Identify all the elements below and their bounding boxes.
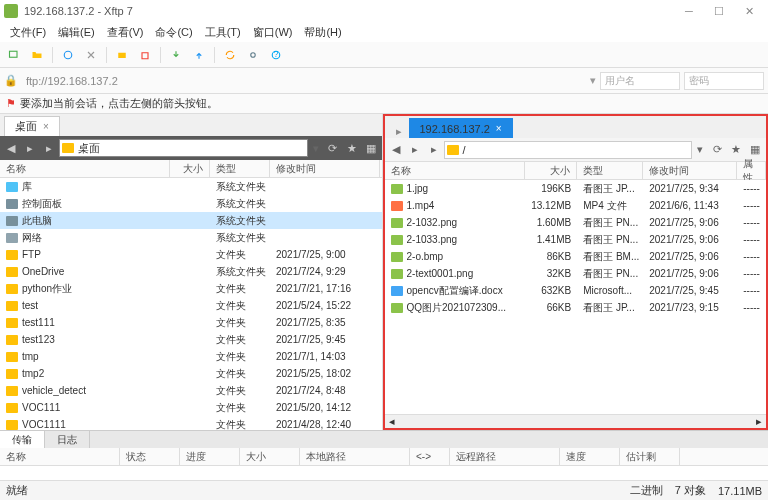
sync-icon[interactable] [220, 45, 240, 65]
forward2-icon[interactable]: ▸ [40, 139, 58, 157]
bookmark-icon[interactable]: ★ [343, 139, 361, 157]
local-path-input[interactable]: 桌面 [59, 139, 308, 157]
password-input[interactable]: 密码 [684, 72, 764, 90]
new-folder-icon[interactable] [112, 45, 132, 65]
remote-pane: ▸ 192.168.137.2× ◀ ▸ ▸ / ▾ ⟳ ★ ▦ 名称 大小 类… [383, 114, 769, 430]
list-item[interactable]: 2-o.bmp86KB看图王 BM...2021/7/25, 9:06----- [385, 248, 767, 265]
menu-file[interactable]: 文件(F) [6, 25, 50, 40]
forward-icon[interactable]: ▸ [21, 139, 39, 157]
refresh-icon[interactable]: ⟳ [708, 141, 726, 159]
list-item[interactable]: VOC1111文件夹2021/4/28, 12:40 [0, 416, 382, 430]
new-session-icon[interactable] [4, 45, 24, 65]
remote-tab[interactable]: 192.168.137.2× [409, 118, 513, 138]
panel-menu-icon[interactable]: ▸ [389, 125, 409, 138]
list-item[interactable]: 库系统文件夹 [0, 178, 382, 195]
reconnect-icon[interactable] [58, 45, 78, 65]
list-item[interactable]: VOC111文件夹2021/5/20, 14:12 [0, 399, 382, 416]
list-item[interactable]: 控制面板系统文件夹 [0, 195, 382, 212]
bottom-tabs: 传输 日志 [0, 430, 768, 448]
menu-view[interactable]: 查看(V) [103, 25, 148, 40]
flag-icon: ⚑ [6, 97, 16, 110]
newfolder-icon[interactable]: ▦ [362, 139, 380, 157]
status-objects: 7 对象 [675, 483, 706, 498]
lock-icon: 🔒 [4, 74, 18, 87]
list-item[interactable]: vehicle_detect文件夹2021/7/24, 8:48 [0, 382, 382, 399]
address-bar: 🔒 ftp://192.168.137.2 ▾ 用户名 密码 [0, 68, 768, 94]
local-headers: 名称 大小 类型 修改时间 [0, 160, 382, 178]
forward-icon[interactable]: ▸ [406, 141, 424, 159]
settings-icon[interactable] [243, 45, 263, 65]
svg-text:?: ? [274, 50, 279, 59]
disconnect-icon[interactable] [81, 45, 101, 65]
app-icon [4, 4, 18, 18]
menu-command[interactable]: 命令(C) [151, 25, 196, 40]
local-navbar: ◀ ▸ ▸ 桌面 ▾ ⟳ ★ ▦ [0, 136, 382, 160]
download-icon[interactable] [166, 45, 186, 65]
list-item[interactable]: QQ图片2021072309...66KB看图王 JP...2021/7/23,… [385, 299, 767, 316]
list-item[interactable]: 2-text0001.png32KB看图王 PN...2021/7/25, 9:… [385, 265, 767, 282]
list-item[interactable]: 1.mp413.12MBMP4 文件2021/6/6, 11:43----- [385, 197, 767, 214]
list-item[interactable]: tmp2文件夹2021/5/25, 18:02 [0, 365, 382, 382]
list-item[interactable]: tmp文件夹2021/7/1, 14:03 [0, 348, 382, 365]
local-tabs: 桌面× [0, 114, 382, 136]
path-dropdown-icon[interactable]: ▾ [693, 141, 707, 159]
back-icon[interactable]: ◀ [2, 139, 20, 157]
transfer-list[interactable] [0, 466, 768, 480]
status-ready: 就绪 [6, 483, 28, 498]
list-item[interactable]: test123文件夹2021/7/25, 9:45 [0, 331, 382, 348]
remote-headers: 名称 大小 类型 修改时间 属性 [385, 162, 767, 180]
local-file-list[interactable]: 库系统文件夹控制面板系统文件夹此电脑系统文件夹网络系统文件夹FTP文件夹2021… [0, 178, 382, 430]
minimize-button[interactable]: ─ [674, 0, 704, 22]
delete-icon[interactable] [135, 45, 155, 65]
list-item[interactable]: python作业文件夹2021/7/21, 17:16 [0, 280, 382, 297]
list-item[interactable]: 2-1032.png1.60MB看图王 PN...2021/7/25, 9:06… [385, 214, 767, 231]
list-item[interactable]: FTP文件夹2021/7/25, 9:00 [0, 246, 382, 263]
titlebar: 192.168.137.2 - Xftp 7 ─ ☐ ✕ [0, 0, 768, 22]
remote-navbar: ◀ ▸ ▸ / ▾ ⟳ ★ ▦ [385, 138, 767, 162]
hint-bar: ⚑ 要添加当前会话，点击左侧的箭头按钮。 [0, 94, 768, 114]
remote-tabs: ▸ 192.168.137.2× [385, 116, 767, 138]
refresh-icon[interactable]: ⟳ [324, 139, 342, 157]
menu-window[interactable]: 窗口(W) [249, 25, 297, 40]
status-size: 17.11MB [718, 485, 762, 497]
close-icon[interactable]: × [43, 121, 49, 132]
local-tab[interactable]: 桌面× [4, 116, 60, 136]
close-button[interactable]: ✕ [734, 0, 764, 22]
svg-rect-0 [10, 51, 18, 57]
statusbar: 就绪 二进制 7 对象 17.11MB [0, 480, 768, 500]
help-icon[interactable]: ? [266, 45, 286, 65]
back-icon[interactable]: ◀ [387, 141, 405, 159]
remote-file-list[interactable]: 1.jpg196KB看图王 JP...2021/7/25, 9:34-----1… [385, 180, 767, 414]
svg-point-3 [251, 52, 256, 57]
address-input[interactable]: ftp://192.168.137.2 [22, 75, 586, 87]
list-item[interactable]: OneDrive系统文件夹2021/7/24, 9:29 [0, 263, 382, 280]
open-icon[interactable] [27, 45, 47, 65]
list-item[interactable]: opencv配置编译.docx632KBMicrosoft...2021/7/2… [385, 282, 767, 299]
scrollbar[interactable]: ◂▸ [385, 414, 767, 428]
list-item[interactable]: 此电脑系统文件夹 [0, 212, 382, 229]
window-title: 192.168.137.2 - Xftp 7 [24, 5, 674, 17]
remote-path-input[interactable]: / [444, 141, 693, 159]
maximize-button[interactable]: ☐ [704, 0, 734, 22]
tab-transfer[interactable]: 传输 [0, 431, 45, 448]
close-icon[interactable]: × [496, 123, 502, 134]
list-item[interactable]: 1.jpg196KB看图王 JP...2021/7/25, 9:34----- [385, 180, 767, 197]
transfer-headers: 名称 状态 进度 大小 本地路径 <-> 远程路径 速度 估计剩 [0, 448, 768, 466]
path-dropdown-icon[interactable]: ▾ [309, 139, 323, 157]
menubar: 文件(F) 编辑(E) 查看(V) 命令(C) 工具(T) 窗口(W) 帮助(H… [0, 22, 768, 42]
status-mode: 二进制 [630, 483, 663, 498]
list-item[interactable]: test111文件夹2021/7/25, 8:35 [0, 314, 382, 331]
list-item[interactable]: test文件夹2021/5/24, 15:22 [0, 297, 382, 314]
list-item[interactable]: 网络系统文件夹 [0, 229, 382, 246]
svg-rect-2 [118, 52, 126, 57]
username-input[interactable]: 用户名 [600, 72, 680, 90]
tab-log[interactable]: 日志 [45, 431, 90, 448]
menu-edit[interactable]: 编辑(E) [54, 25, 99, 40]
toolbar: ? [0, 42, 768, 68]
svg-point-1 [64, 51, 72, 59]
menu-help[interactable]: 帮助(H) [300, 25, 345, 40]
menu-tools[interactable]: 工具(T) [201, 25, 245, 40]
list-item[interactable]: 2-1033.png1.41MB看图王 PN...2021/7/25, 9:06… [385, 231, 767, 248]
upload-icon[interactable] [189, 45, 209, 65]
forward2-icon[interactable]: ▸ [425, 141, 443, 159]
